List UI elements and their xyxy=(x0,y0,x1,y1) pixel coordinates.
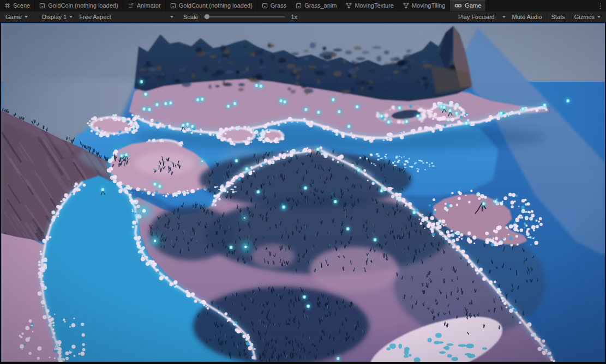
tab-scene[interactable]: Scene xyxy=(0,0,35,11)
gizmos-dropdown[interactable]: Gizmos xyxy=(571,11,604,23)
chevron-down-icon xyxy=(25,16,28,18)
tab-goldcoin[interactable]: GoldCoin (nothing loaded) xyxy=(35,0,123,11)
tab-label: MovingTiling xyxy=(412,2,445,9)
tab-animator[interactable]: Animator xyxy=(123,0,166,11)
kebab-menu-icon[interactable]: ⋮ xyxy=(596,0,605,11)
animation-icon xyxy=(170,3,176,9)
tab-movingtexture[interactable]: MovingTexture xyxy=(341,0,399,11)
animation-icon xyxy=(262,3,268,9)
scale-control: Scale 1x xyxy=(183,14,297,20)
tab-label: Grass_anim xyxy=(304,2,337,9)
mute-audio-label: Mute Audio xyxy=(512,14,542,20)
tab-movingtiling[interactable]: MovingTiling xyxy=(399,0,450,11)
display-dropdown[interactable]: Display 1 xyxy=(39,11,76,23)
display-label: Display 1 xyxy=(42,14,67,20)
stats-button[interactable]: Stats xyxy=(548,11,568,23)
tab-goldcount[interactable]: GoldCount (nothing loaded) xyxy=(166,0,257,11)
tab-grass[interactable]: Grass xyxy=(257,0,291,11)
animation-icon xyxy=(296,3,302,9)
scale-value: 1x xyxy=(291,14,297,20)
animation-icon xyxy=(39,3,45,9)
gizmos-label: Gizmos xyxy=(574,14,595,20)
tab-label: Grass xyxy=(271,2,286,9)
scale-label: Scale xyxy=(183,14,199,20)
game-view-toolbar: Game Display 1 Free Aspect Scale 1x Play… xyxy=(0,11,606,23)
aspect-ratio-dropdown[interactable]: Free Aspect xyxy=(76,11,177,23)
tab-bar: SceneGoldCoin (nothing loaded)AnimatorGo… xyxy=(0,0,606,11)
tab-label: MovingTexture xyxy=(355,2,394,9)
tab-game[interactable]: Game xyxy=(450,0,486,11)
rendered-game-scene xyxy=(1,23,605,362)
graph-icon xyxy=(403,3,409,9)
chevron-down-icon xyxy=(170,16,173,18)
scale-slider[interactable] xyxy=(203,16,285,17)
play-focused-dropdown[interactable]: Play Focused xyxy=(455,11,509,23)
stats-label: Stats xyxy=(551,14,565,20)
scale-slider-knob[interactable] xyxy=(205,14,209,19)
grid-icon xyxy=(4,3,10,9)
display-target-dropdown[interactable]: Game xyxy=(2,11,31,23)
divider xyxy=(569,13,570,21)
tab-label: GoldCount (nothing loaded) xyxy=(179,2,253,9)
animator-icon xyxy=(128,3,134,9)
divider xyxy=(547,13,547,21)
unity-editor-window: SceneGoldCoin (nothing loaded)AnimatorGo… xyxy=(0,0,606,364)
tab-label: Scene xyxy=(13,2,30,9)
chevron-down-icon xyxy=(69,16,73,18)
chevron-down-icon xyxy=(597,16,601,18)
tab-label: Animator xyxy=(137,2,161,9)
gamepad-icon xyxy=(454,3,462,9)
tab-label: GoldCoin (nothing loaded) xyxy=(48,2,118,9)
graph-icon xyxy=(346,3,352,9)
play-focused-label: Play Focused xyxy=(458,14,495,20)
game-viewport[interactable] xyxy=(0,23,606,362)
chevron-down-icon xyxy=(502,16,506,18)
mute-audio-button[interactable]: Mute Audio xyxy=(509,11,545,23)
display-target-label: Game xyxy=(5,14,22,20)
tab-grass-anim[interactable]: Grass_anim xyxy=(291,0,341,11)
focus-indicator-line xyxy=(1,23,605,24)
window-edge xyxy=(0,362,606,364)
aspect-label: Free Aspect xyxy=(79,14,111,20)
tab-label: Game xyxy=(465,2,481,9)
